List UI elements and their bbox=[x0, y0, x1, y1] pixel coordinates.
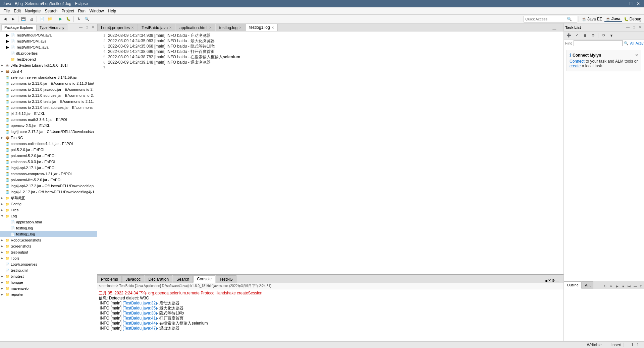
tree-item[interactable]: 🫙commons-io-2.11.0-tests.jar - E:\common… bbox=[0, 98, 97, 105]
task-collapse[interactable]: ▼ bbox=[608, 32, 615, 39]
connect-mylyn-close[interactable]: ✕ bbox=[635, 53, 638, 58]
editor-maximize[interactable]: □ bbox=[558, 26, 562, 31]
tab-javadoc[interactable]: Javadoc bbox=[122, 275, 145, 283]
task-list-minimize[interactable]: — bbox=[625, 25, 631, 30]
toolbar-print[interactable]: 🖨 bbox=[28, 15, 35, 23]
tree-item[interactable]: 🫙poi-ooxml-lite-5.2.0.jar - E:\POI bbox=[0, 177, 97, 183]
toolbar-open[interactable]: 📁 bbox=[46, 15, 54, 23]
outline-run[interactable]: ▶ bbox=[614, 283, 620, 289]
toolbar-new[interactable]: 📄 bbox=[38, 15, 46, 23]
editor-content[interactable]: 12022-03-09 14:24:34,939 [main] INFO bai… bbox=[97, 31, 564, 274]
toolbar-search[interactable]: 🔍 bbox=[83, 15, 91, 23]
console-link[interactable]: (TestBaidu.java:41) bbox=[122, 316, 157, 321]
task-find-input[interactable] bbox=[574, 40, 623, 46]
outline-maximize[interactable]: □ bbox=[639, 283, 644, 289]
tree-item[interactable]: 📄testng.xml bbox=[0, 267, 97, 273]
tab-testlog[interactable]: testlog.log ✕ bbox=[216, 24, 246, 31]
tab-type-hierarchy[interactable]: Type Hierarchy bbox=[37, 24, 67, 30]
tab-problems[interactable]: Problems bbox=[97, 275, 122, 283]
console-link[interactable]: (TestBaidu.java:47) bbox=[122, 326, 157, 331]
tab-ant[interactable]: Ant bbox=[582, 281, 594, 289]
menu-navigate[interactable]: Navigate bbox=[23, 8, 43, 14]
menu-run[interactable]: Run bbox=[76, 8, 88, 14]
toolbar-run[interactable]: ▶ bbox=[57, 15, 64, 23]
tab-log4j-close[interactable]: ✕ bbox=[131, 26, 134, 29]
task-complete[interactable]: ✓ bbox=[573, 32, 581, 39]
console-clear[interactable]: ⊘ bbox=[552, 278, 555, 283]
tree-item[interactable]: ▶📄TestWithPOM1.java bbox=[0, 44, 97, 50]
tree-item[interactable]: 📁TestDepend bbox=[0, 56, 97, 62]
toolbar-debug[interactable]: 🐛 bbox=[65, 15, 72, 23]
tree-item[interactable]: 🫙xmlbeans-5.0.3.jar - E:\POI bbox=[0, 159, 97, 165]
console-link[interactable]: (TestBaidu.java:44) bbox=[122, 321, 157, 326]
toolbar-forward[interactable]: ▶ bbox=[9, 15, 17, 23]
tree-item[interactable]: ▶📁草莓截图 bbox=[0, 195, 97, 201]
tree-item[interactable]: 🫙commons-io-2.11.0.jar - E:\commons-io-2… bbox=[0, 80, 97, 86]
tab-outline[interactable]: Outline bbox=[564, 281, 582, 289]
menu-edit[interactable]: Edit bbox=[12, 8, 23, 14]
tree-item[interactable]: ▶📁Files bbox=[0, 207, 97, 213]
perspective-javaee[interactable]: ☕ Java EE bbox=[580, 17, 604, 21]
maximize-panel-icon[interactable]: □ bbox=[84, 25, 90, 30]
tree-item[interactable]: 🫙log4j-api-2.17.1.jar - E:\POI bbox=[0, 165, 97, 171]
menu-window[interactable]: Window bbox=[88, 8, 106, 14]
create-link[interactable]: create bbox=[570, 64, 581, 68]
tree-item[interactable]: ▶📁Tools bbox=[0, 255, 97, 261]
tree-item[interactable]: 🫙commons-math3-3.6.1.jar - E:\POI bbox=[0, 117, 97, 123]
tree-item[interactable]: 🫙log4j-api-2.17.2.jar - C:\Users\DELL\Do… bbox=[0, 183, 97, 189]
console-maximize[interactable]: □ bbox=[560, 279, 562, 283]
tree-item[interactable]: 🫙commons-collections4-4.4.jar - E:\POI bbox=[0, 141, 97, 147]
close-panel-icon[interactable]: ✕ bbox=[90, 25, 96, 30]
quick-access-container[interactable]: 🔍 bbox=[524, 16, 577, 22]
toolbar-refresh[interactable]: ↻ bbox=[75, 15, 83, 23]
console-stop[interactable]: ■ bbox=[545, 279, 548, 283]
collapse-icon[interactable]: — bbox=[78, 25, 84, 30]
tab-testbaidu-close[interactable]: ✕ bbox=[169, 26, 172, 29]
tree-item[interactable]: ▶📦TestNG bbox=[0, 135, 97, 141]
outline-edit[interactable]: ✏ bbox=[608, 283, 614, 289]
console-link[interactable]: (TestBaidu.java:32) bbox=[122, 301, 157, 305]
task-filter[interactable]: ⚙ bbox=[589, 32, 597, 39]
tree-item[interactable]: ▶📦JUnit 4 bbox=[0, 68, 97, 74]
console-minimize[interactable]: — bbox=[555, 279, 559, 283]
tree-item[interactable]: 🫙poi-5.2.0.jar - E:\POI bbox=[0, 147, 97, 153]
tree-item[interactable]: 🫙commons-io-2.11.0-sources.jar - E:\comm… bbox=[0, 92, 97, 98]
tree-item[interactable]: ▶📁RobotScreenshots bbox=[0, 237, 97, 243]
tree-item[interactable]: ▶📁test-output bbox=[0, 249, 97, 255]
quick-access-input[interactable] bbox=[525, 17, 566, 21]
toolbar-save[interactable]: 💾 bbox=[20, 15, 27, 23]
tree-item[interactable]: ▼📁Log bbox=[0, 213, 97, 219]
tab-log4j-properties[interactable]: Log4j.properties ✕ bbox=[97, 24, 138, 31]
tree-item[interactable]: 📄Log4j.properties bbox=[0, 261, 97, 267]
tab-search[interactable]: Search bbox=[173, 275, 193, 283]
perspective-java[interactable]: ☕ Java bbox=[604, 16, 622, 22]
tab-package-explorer[interactable]: Package Explorer bbox=[1, 24, 37, 30]
tree-item[interactable]: 📄testlog.log bbox=[0, 225, 97, 231]
console-link[interactable]: (TestBaidu.java:35) bbox=[122, 306, 157, 310]
tree-item[interactable]: ▶📄TestWithPOM.java bbox=[0, 38, 97, 44]
tab-application-close[interactable]: ✕ bbox=[209, 26, 212, 29]
console-link[interactable]: (TestBaidu.java:38) bbox=[122, 311, 157, 316]
tree-item[interactable]: ▶📁mavenweb bbox=[0, 285, 97, 291]
console-close[interactable]: ✕ bbox=[548, 278, 551, 283]
tree-item[interactable]: ▶☕JRE System Library [jdk1.8.0_181] bbox=[0, 62, 97, 68]
tree-item[interactable]: ▶📁Config bbox=[0, 201, 97, 207]
task-list-close[interactable]: ✕ bbox=[637, 25, 643, 30]
tree-item[interactable]: 🫙commons-io-2.11.0-javadoc.jar - E:\comm… bbox=[0, 86, 97, 92]
tree-item[interactable]: 🫙log4j-1.2.17.jar - C:\Users\DELL\Downlo… bbox=[0, 189, 97, 195]
tree-item[interactable]: 🫙log4j-core-2.17.2.jar - C:\Users\DELL\D… bbox=[0, 129, 97, 135]
tab-application-html[interactable]: application.html ✕ bbox=[176, 24, 215, 31]
tab-testng[interactable]: TestNG bbox=[216, 275, 236, 283]
toolbar-back[interactable]: ◀ bbox=[1, 15, 9, 23]
outline-skip[interactable]: ⏭ bbox=[627, 283, 632, 289]
editor-minimize[interactable]: — bbox=[551, 26, 557, 31]
activate-label[interactable]: Activate... bbox=[636, 41, 644, 45]
menu-help[interactable]: Help bbox=[106, 8, 118, 14]
menu-search[interactable]: Search bbox=[43, 8, 59, 14]
task-sync[interactable]: ↻ bbox=[600, 32, 607, 39]
tree-item[interactable]: 🫙commons-io-2.11.0-test-sources.jar - E:… bbox=[0, 105, 97, 111]
maximize-button[interactable]: ❐ bbox=[628, 1, 634, 6]
close-button[interactable]: ✕ bbox=[635, 1, 641, 6]
tree-item[interactable]: ▶📁reporter bbox=[0, 291, 97, 297]
menu-file[interactable]: File bbox=[1, 8, 12, 14]
